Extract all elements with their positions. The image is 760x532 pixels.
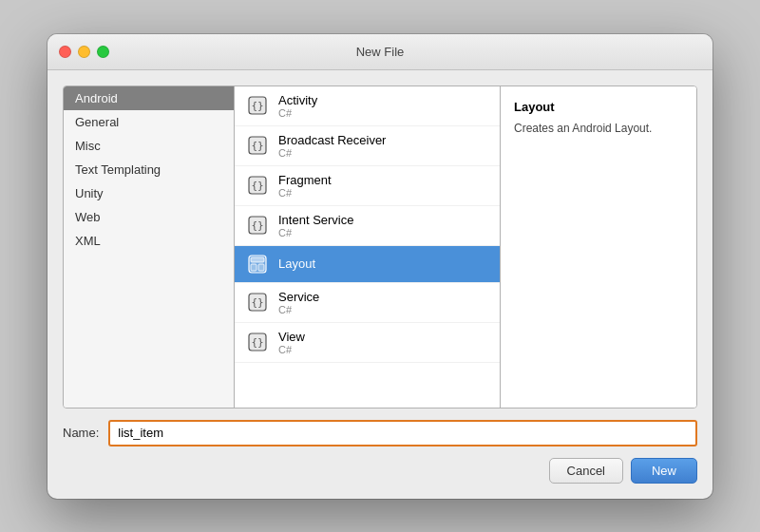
svg-text:{}: {} [251, 100, 263, 112]
file-item-broadcast-receiver[interactable]: {} Broadcast ReceiverC# [235, 126, 500, 166]
broadcast-receiver-title: Broadcast Receiver [278, 133, 386, 147]
cancel-button[interactable]: Cancel [549, 458, 623, 484]
fragment-subtitle: C# [278, 187, 332, 199]
detail-panel: Layout Creates an Android Layout. [501, 86, 696, 408]
file-item-intent-service[interactable]: {} Intent ServiceC# [235, 206, 500, 246]
name-label: Name: [63, 426, 99, 440]
svg-rect-10 [251, 264, 256, 271]
traffic-lights [59, 46, 109, 58]
svg-text:{}: {} [251, 140, 263, 152]
sidebar-item-xml[interactable]: XML [64, 229, 234, 253]
fragment-title: Fragment [278, 173, 332, 187]
window-title: New File [356, 45, 405, 59]
broadcast-receiver-subtitle: C# [278, 147, 386, 159]
file-item-activity[interactable]: {} ActivityC# [235, 86, 500, 126]
file-type-list: {} ActivityC# {} Broadcast ReceiverC# {}… [235, 86, 501, 408]
intent-service-subtitle: C# [278, 227, 354, 238]
file-item-view[interactable]: {} ViewC# [235, 323, 500, 363]
layout-icon [246, 253, 269, 276]
activity-subtitle: C# [278, 107, 317, 119]
close-button[interactable] [59, 46, 71, 58]
service-icon: {} [246, 291, 269, 314]
name-row: Name: [63, 420, 697, 446]
view-subtitle: C# [278, 344, 305, 355]
view-icon: {} [246, 331, 269, 353]
sidebar-item-misc[interactable]: Misc [64, 134, 234, 158]
svg-rect-9 [251, 257, 264, 262]
service-title: Service [278, 290, 319, 304]
minimize-button[interactable] [78, 46, 90, 58]
svg-text:{}: {} [251, 296, 263, 309]
button-row: Cancel New [63, 458, 697, 484]
maximize-button[interactable] [97, 46, 109, 58]
broadcast-receiver-icon: {} [246, 134, 269, 157]
fragment-icon: {} [246, 174, 269, 197]
dialog-content: AndroidGeneralMiscText TemplatingUnityWe… [48, 70, 712, 499]
detail-description: Creates an Android Layout. [514, 120, 683, 137]
svg-text:{}: {} [251, 219, 263, 232]
main-panel: AndroidGeneralMiscText TemplatingUnityWe… [63, 86, 697, 408]
service-subtitle: C# [278, 304, 319, 315]
file-item-service[interactable]: {} ServiceC# [235, 283, 500, 323]
activity-icon: {} [246, 94, 269, 117]
new-file-dialog: New File AndroidGeneralMiscText Templati… [48, 34, 712, 499]
detail-title: Layout [514, 100, 683, 114]
category-sidebar: AndroidGeneralMiscText TemplatingUnityWe… [64, 86, 235, 408]
file-item-fragment[interactable]: {} FragmentC# [235, 166, 500, 206]
sidebar-item-text-templating[interactable]: Text Templating [64, 158, 234, 181]
intent-service-title: Intent Service [278, 213, 354, 227]
layout-title: Layout [278, 256, 315, 271]
intent-service-icon: {} [246, 214, 269, 237]
svg-text:{}: {} [251, 180, 263, 192]
sidebar-item-general[interactable]: General [64, 110, 234, 134]
sidebar-item-android[interactable]: Android [64, 86, 234, 110]
activity-title: Activity [278, 93, 317, 107]
sidebar-item-unity[interactable]: Unity [64, 181, 234, 205]
svg-text:{}: {} [251, 336, 263, 349]
file-item-layout[interactable]: Layout [235, 246, 500, 283]
svg-rect-11 [258, 264, 264, 271]
sidebar-item-web[interactable]: Web [64, 205, 234, 229]
titlebar: New File [48, 34, 712, 70]
new-button[interactable]: New [631, 458, 697, 484]
name-input[interactable] [108, 420, 697, 446]
view-title: View [278, 330, 305, 344]
